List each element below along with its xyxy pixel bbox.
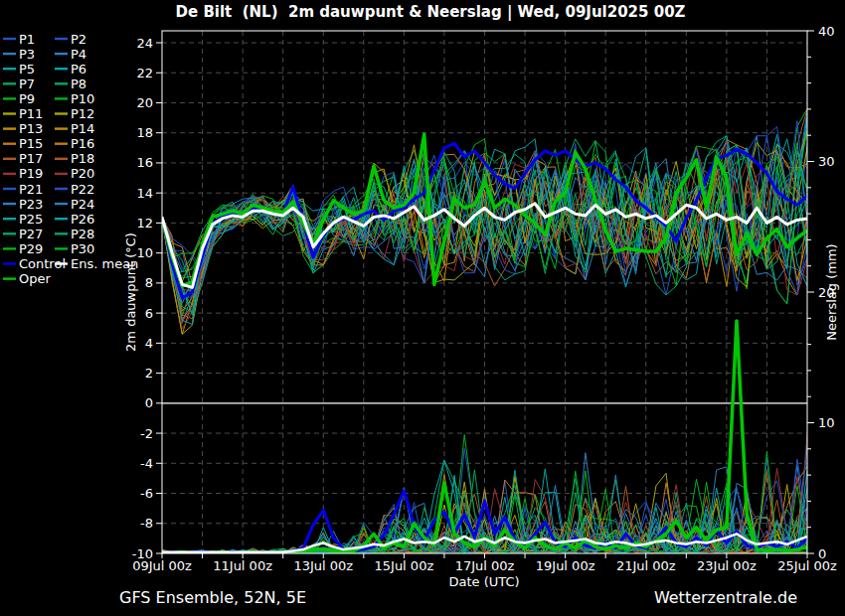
legend-item-p3: P3 bbox=[3, 47, 35, 62]
legend-item-p21: P21 bbox=[3, 182, 43, 197]
left-axis-tick-label: 6 bbox=[145, 306, 153, 321]
legend-label: P16 bbox=[71, 136, 94, 151]
legend-item-p19: P19 bbox=[3, 166, 43, 181]
left-axis-tick-label: 12 bbox=[136, 216, 153, 231]
right-axis-tick-label: 40 bbox=[818, 24, 835, 39]
legend-item-p5: P5 bbox=[3, 62, 35, 77]
left-axis-tick-label: -6 bbox=[140, 486, 153, 501]
left-axis-tick-label: 14 bbox=[136, 186, 153, 201]
left-axis-tick-label: 10 bbox=[136, 245, 153, 260]
legend-item-p4: P4 bbox=[55, 47, 86, 62]
legend-item-p16: P16 bbox=[55, 136, 94, 151]
legend-item-p8: P8 bbox=[55, 77, 86, 91]
legend-label: P6 bbox=[71, 62, 86, 77]
legend-label: Oper bbox=[19, 271, 51, 286]
left-axis-tick-label: 4 bbox=[145, 336, 153, 351]
legend-label: P17 bbox=[19, 151, 43, 166]
left-axis-tick-label: 20 bbox=[136, 95, 153, 110]
legend-label: P23 bbox=[19, 197, 43, 212]
x-axis-tick-label: 15Jul 00z bbox=[375, 558, 434, 573]
left-axis-tick-label: 24 bbox=[136, 36, 153, 51]
app-window: -10-8-6-4-202468101214161820222401020304… bbox=[0, 0, 845, 616]
legend-item-p28: P28 bbox=[55, 227, 94, 241]
legend-label: P4 bbox=[71, 47, 86, 62]
legend-item-p2: P2 bbox=[55, 32, 86, 47]
legend-item-p20: P20 bbox=[55, 166, 94, 181]
legend-label: P21 bbox=[19, 182, 43, 197]
left-axis-tick-label: -4 bbox=[140, 456, 153, 471]
legend-item-p12: P12 bbox=[55, 106, 94, 121]
legend-label: P1 bbox=[19, 32, 35, 47]
left-axis-tick-label: 0 bbox=[145, 395, 153, 410]
legend-item-p9: P9 bbox=[3, 91, 35, 106]
left-axis-label: 2m dauwpunt (°C) bbox=[123, 232, 138, 352]
legend-label: P19 bbox=[19, 166, 43, 181]
legend-label: P13 bbox=[19, 121, 43, 136]
left-axis-tick-label: -2 bbox=[140, 426, 153, 441]
model-info-text: GFS Ensemble, 52N, 5E bbox=[119, 588, 306, 607]
legend: P1P2P3P4P5P6P7P8P9P10P11P12P13P14P15P16P… bbox=[3, 32, 138, 287]
x-axis-tick-label: 09Jul 00z bbox=[132, 558, 192, 573]
legend-label: P10 bbox=[71, 91, 94, 106]
left-axis-tick-label: -8 bbox=[140, 516, 153, 531]
legend-item-p13: P13 bbox=[3, 121, 43, 136]
right-axis-label: Neerslag (mm) bbox=[824, 243, 839, 340]
legend-label: P25 bbox=[19, 212, 43, 227]
legend-label: P28 bbox=[71, 227, 94, 241]
x-axis-tick-label: 13Jul 00z bbox=[293, 558, 353, 573]
site-credit-text: Wetterzentrale.de bbox=[654, 588, 797, 607]
legend-label: P2 bbox=[71, 32, 86, 47]
chart-title: De Bilt (NL) 2m dauwpunt & Neerslag | We… bbox=[176, 3, 686, 22]
legend-item-p6: P6 bbox=[55, 62, 86, 77]
left-axis-tick-label: 16 bbox=[136, 155, 153, 170]
legend-label: P22 bbox=[71, 182, 94, 197]
legend-item-p29: P29 bbox=[3, 241, 43, 256]
x-axis-tick-label: 23Jul 00z bbox=[697, 558, 757, 573]
data-lines bbox=[162, 109, 807, 554]
legend-item-p30: P30 bbox=[55, 241, 94, 256]
legend-label: P20 bbox=[71, 166, 94, 181]
x-axis-tick-label: 11Jul 00z bbox=[213, 558, 272, 573]
legend-label: P15 bbox=[19, 136, 43, 151]
legend-label: P8 bbox=[71, 77, 86, 91]
legend-item-p26: P26 bbox=[55, 212, 94, 227]
legend-label: P11 bbox=[19, 106, 43, 121]
legend-item-p18: P18 bbox=[55, 151, 94, 166]
legend-label: P5 bbox=[19, 62, 35, 77]
legend-item-p11: P11 bbox=[3, 106, 43, 121]
legend-item-p27: P27 bbox=[3, 227, 43, 241]
x-axis-label: Date (UTC) bbox=[448, 574, 519, 589]
right-axis-tick-label: 30 bbox=[818, 154, 835, 169]
gridlines bbox=[162, 31, 807, 553]
legend-label: P30 bbox=[71, 241, 94, 256]
left-axis-tick-label: 18 bbox=[136, 125, 153, 140]
legend-item-p10: P10 bbox=[55, 91, 94, 106]
left-axis-tick-label: 2 bbox=[145, 366, 153, 381]
legend-item-p7: P7 bbox=[3, 77, 35, 91]
ensemble-chart: -10-8-6-4-202468101214161820222401020304… bbox=[0, 0, 845, 616]
legend-label: P26 bbox=[71, 212, 94, 227]
legend-item-p15: P15 bbox=[3, 136, 43, 151]
x-axis-tick-label: 19Jul 00z bbox=[536, 558, 595, 573]
right-axis-tick-label: 10 bbox=[818, 415, 835, 430]
legend-label: P24 bbox=[71, 197, 94, 212]
legend-item-oper: Oper bbox=[3, 271, 51, 286]
legend-item-p22: P22 bbox=[55, 182, 94, 197]
legend-item-p14: P14 bbox=[55, 121, 94, 136]
legend-item-p24: P24 bbox=[55, 197, 94, 212]
legend-label: P9 bbox=[19, 91, 35, 106]
legend-label: P7 bbox=[19, 77, 35, 91]
x-axis-tick-label: 17Jul 00z bbox=[455, 558, 515, 573]
legend-item-p17: P17 bbox=[3, 151, 43, 166]
legend-label: P27 bbox=[19, 227, 43, 241]
legend-label: P18 bbox=[71, 151, 94, 166]
legend-label: P3 bbox=[19, 47, 35, 62]
left-axis-tick-label: 22 bbox=[136, 66, 153, 80]
x-axis-tick-label: 25Jul 00z bbox=[777, 558, 837, 573]
x-axis-tick-label: 21Jul 00z bbox=[616, 558, 676, 573]
legend-label: P29 bbox=[19, 241, 43, 256]
legend-label: P14 bbox=[71, 121, 94, 136]
legend-item-p1: P1 bbox=[3, 32, 35, 47]
legend-item-p23: P23 bbox=[3, 197, 43, 212]
legend-item-p25: P25 bbox=[3, 212, 43, 227]
